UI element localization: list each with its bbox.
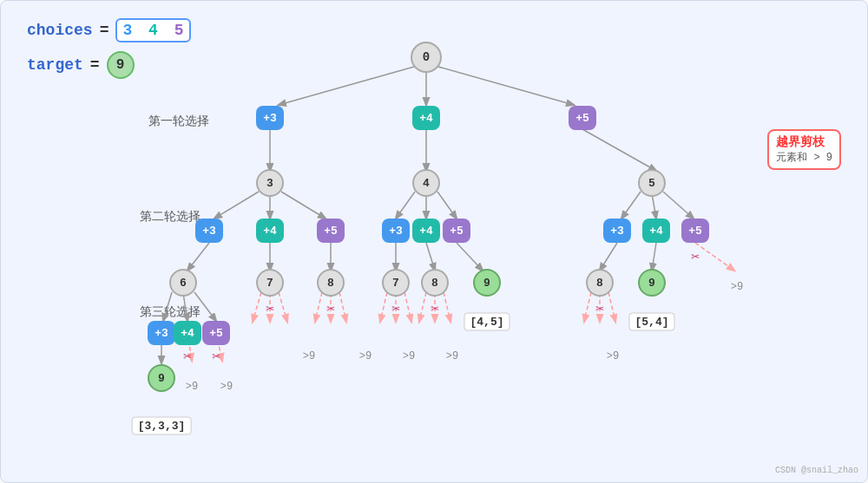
choices-eq: = bbox=[100, 22, 109, 39]
node-l3-7b: 7 bbox=[382, 269, 410, 297]
prune-annotation: 越界剪枝 元素和 > 9 bbox=[767, 129, 841, 170]
choice-sep1 bbox=[135, 22, 145, 39]
choice-4: 4 bbox=[148, 22, 158, 39]
choices-row: choices = 3 4 5 bbox=[27, 18, 191, 42]
choices-label: choices bbox=[27, 22, 93, 39]
legend-area: choices = 3 4 5 target = 9 bbox=[27, 18, 191, 88]
a-n3-b3 bbox=[214, 192, 259, 219]
node-l2-5: 5 bbox=[638, 169, 666, 197]
btn-l2-4-3: +3 bbox=[382, 219, 410, 243]
btn-l1-3: +3 bbox=[256, 106, 284, 130]
target-eq: = bbox=[90, 56, 100, 74]
target-circle: 9 bbox=[107, 51, 135, 79]
node-l3-9a: 9 bbox=[473, 269, 501, 297]
choice-sep2 bbox=[161, 22, 171, 39]
node-l3-6a: 6 bbox=[169, 269, 197, 297]
a-b5-9 bbox=[457, 243, 483, 271]
choices-box: 3 4 5 bbox=[115, 18, 190, 42]
root-node: 0 bbox=[411, 42, 442, 73]
btn-l3-6-3: +3 bbox=[148, 321, 175, 345]
target-row: target = 9 bbox=[27, 51, 191, 79]
btn-l2-5-3: +3 bbox=[603, 219, 631, 243]
a-8c-p3 bbox=[608, 292, 615, 322]
btn-l2-5-5: +5 bbox=[681, 219, 709, 243]
a-n5-b5 bbox=[663, 192, 694, 219]
btn-l1-4: +4 bbox=[412, 106, 440, 130]
btn-l2-3-3: +3 bbox=[195, 219, 223, 243]
arrow-root-5 bbox=[426, 63, 574, 105]
round1-label: 第一轮选择 bbox=[148, 114, 209, 129]
btn-l3-6-4: +4 bbox=[174, 321, 201, 345]
a-b4-8b bbox=[426, 243, 435, 271]
a-8-p1 bbox=[315, 292, 322, 322]
choice-3: 3 bbox=[122, 22, 132, 39]
a-b3-6 bbox=[187, 243, 209, 271]
target-label: target bbox=[27, 56, 83, 74]
gt9-8b: >9 bbox=[446, 350, 458, 362]
result-54: [5,4] bbox=[628, 313, 674, 331]
main-container: choices = 3 4 5 target = 9 第一轮选择 第二轮选择 第… bbox=[0, 0, 868, 483]
result-45: [4,5] bbox=[464, 313, 510, 331]
a-7-p3 bbox=[279, 292, 287, 322]
btn-l1-5: +5 bbox=[569, 106, 596, 130]
a-b4-9b bbox=[652, 243, 656, 271]
a-n4-b5 bbox=[437, 192, 457, 219]
round3-label: 第三轮选择 bbox=[140, 304, 201, 320]
btn-l2-4-5: +5 bbox=[443, 219, 470, 243]
a-8c-p1 bbox=[584, 292, 591, 322]
scissors-7a: ✂ bbox=[266, 300, 274, 317]
arrow-root-3 bbox=[279, 63, 426, 105]
watermark: CSDN @snail_zhao bbox=[775, 466, 858, 475]
prune-title: 越界剪枝 bbox=[776, 134, 832, 150]
scissors-7b: ✂ bbox=[391, 300, 400, 317]
a-n5-b3 bbox=[621, 192, 641, 219]
btn-l3-6-5: +5 bbox=[202, 321, 230, 345]
a-b5-prune bbox=[695, 243, 734, 271]
a-8b-p3 bbox=[444, 292, 450, 322]
btn-l2-3-5: +5 bbox=[317, 219, 345, 243]
gt9-7b: >9 bbox=[403, 350, 415, 362]
scissors-l3-6-4: ✂ bbox=[183, 348, 192, 365]
node-l3-8b: 8 bbox=[421, 269, 449, 297]
node-l3-7a: 7 bbox=[256, 269, 284, 297]
scissors-8b: ✂ bbox=[431, 300, 439, 317]
gt9-8a: >9 bbox=[359, 350, 372, 362]
scissors-l3-6-5: ✂ bbox=[212, 348, 220, 365]
a-7-p1 bbox=[253, 292, 261, 322]
prune-subtitle: 元素和 > 9 bbox=[776, 150, 832, 165]
scissors-8c: ✂ bbox=[595, 300, 604, 317]
a-n3-b5 bbox=[281, 192, 326, 219]
gt9-l3-6-5: >9 bbox=[220, 381, 233, 393]
gt9-8c: >9 bbox=[607, 350, 619, 362]
a-b3-8c bbox=[600, 243, 617, 271]
a-n4-b3 bbox=[396, 192, 415, 219]
node-l2-4: 4 bbox=[412, 169, 440, 197]
scissors-l2-5-5: ✂ bbox=[691, 248, 700, 265]
gt9-7a: >9 bbox=[303, 350, 315, 362]
node-l2-3: 3 bbox=[256, 169, 284, 197]
a-8b-p1 bbox=[419, 292, 426, 322]
a-8-p3 bbox=[339, 292, 346, 322]
gt9-l3-6-4: >9 bbox=[186, 381, 198, 393]
btn-l2-4-4: +4 bbox=[412, 219, 440, 243]
a-7b-p3 bbox=[404, 292, 411, 322]
node-l3-9b: 9 bbox=[638, 269, 666, 297]
node-l3-8c: 8 bbox=[586, 269, 614, 297]
gt9-l2-5-5: >9 bbox=[731, 281, 743, 293]
arrow-btn5-node5 bbox=[582, 129, 656, 171]
btn-l2-5-4: +4 bbox=[642, 219, 670, 243]
round2-label: 第二轮选择 bbox=[140, 209, 201, 225]
choice-5: 5 bbox=[174, 22, 184, 39]
node-l4-9: 9 bbox=[148, 364, 175, 392]
btn-l2-3-4: +4 bbox=[256, 219, 284, 243]
scissors-8a: ✂ bbox=[326, 300, 335, 317]
a-n5-b4 bbox=[652, 193, 656, 219]
a-7b-p1 bbox=[380, 292, 387, 322]
result-333: [3,3,3] bbox=[132, 417, 192, 435]
node-l3-8a: 8 bbox=[317, 269, 345, 297]
